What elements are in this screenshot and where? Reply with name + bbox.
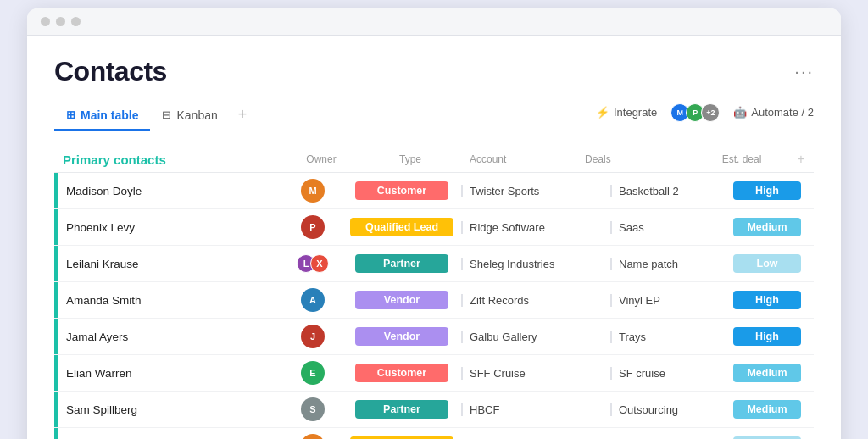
- table-row[interactable]: Hannah Gluck H Qualified Lead Ecom Deal …: [54, 428, 814, 439]
- add-tab-button[interactable]: +: [230, 99, 256, 131]
- automate-icon: 🤖: [733, 106, 747, 119]
- tab-main-table[interactable]: ⊞ Main table: [54, 102, 150, 131]
- contact-name: Sam Spillberg: [58, 403, 137, 416]
- tab-kanban[interactable]: ⊟ Kanban: [150, 102, 229, 131]
- user-avatars: M P +2: [670, 103, 720, 122]
- kanban-icon: ⊟: [162, 108, 171, 121]
- row-type-cell: Customer: [342, 181, 461, 200]
- type-badge: Customer: [355, 181, 448, 200]
- avatar-group: L X: [297, 254, 329, 273]
- table-section: Primary contacts Owner Type Account Deal…: [54, 147, 814, 439]
- table-row[interactable]: Madison Doyle M Customer Twister Sports …: [54, 173, 814, 209]
- row-avatar-cell: H: [283, 434, 342, 439]
- contact-name: Amanda Smith: [58, 294, 142, 307]
- est-badge: Medium: [733, 400, 801, 419]
- table-icon: ⊞: [66, 108, 75, 121]
- est-badge: Medium: [733, 218, 801, 236]
- row-deals-cell: Trays: [610, 331, 721, 343]
- dot-yellow: [56, 17, 65, 26]
- table-row[interactable]: Sam Spillberg S Partner HBCF Outsourcing…: [54, 392, 814, 428]
- type-badge: Partner: [355, 400, 448, 419]
- row-name-cell: Phoenix Levy: [54, 209, 283, 245]
- avatar: H: [301, 434, 325, 439]
- avatar: A: [301, 288, 325, 312]
- contact-name: Leilani Krause: [58, 258, 139, 270]
- col-est-deal: Est. deal: [695, 153, 788, 165]
- row-est-cell: Low: [721, 254, 814, 273]
- tabs-bar: ⊞ Main table ⊟ Kanban + ⚡ Integrate M P …: [54, 99, 814, 131]
- col-type: Type: [351, 153, 470, 165]
- table-body: Madison Doyle M Customer Twister Sports …: [54, 173, 814, 439]
- row-name-cell: Sam Spillberg: [54, 392, 283, 427]
- row-type-cell: Vendor: [342, 327, 461, 346]
- row-avatar-cell: J: [283, 325, 342, 348]
- row-account-cell: SFF Cruise: [461, 367, 610, 380]
- section-title: Primary contacts: [63, 153, 292, 167]
- contact-name: Phoenix Levy: [58, 221, 135, 234]
- avatar: E: [301, 361, 325, 385]
- table-row[interactable]: Leilani Krause L X Partner Sheleg Indust…: [54, 246, 814, 282]
- type-badge: Vendor: [355, 327, 448, 346]
- row-avatar-cell: P: [283, 215, 342, 239]
- est-badge: High: [733, 291, 801, 309]
- table-row[interactable]: Elian Warren E Customer SFF Cruise SF cr…: [54, 355, 814, 392]
- integrate-icon: ⚡: [596, 106, 609, 119]
- table-row[interactable]: Phoenix Levy P Qualified Lead Ridge Soft…: [54, 209, 814, 246]
- dot-green: [71, 17, 81, 26]
- more-button[interactable]: ···: [794, 62, 814, 81]
- avatar: J: [301, 325, 325, 348]
- row-name-cell: Leilani Krause: [54, 246, 283, 281]
- row-deals-cell: SF cruise: [610, 367, 721, 380]
- row-est-cell: Medium: [721, 400, 814, 419]
- titlebar: [27, 8, 841, 36]
- row-avatar-cell: E: [283, 361, 342, 385]
- avatar: P: [301, 215, 325, 239]
- col-deals: Deals: [585, 153, 695, 165]
- row-name-cell: Jamal Ayers: [54, 319, 283, 354]
- type-badge: Partner: [355, 254, 448, 273]
- row-type-cell: Partner: [342, 254, 461, 273]
- row-name-cell: Amanda Smith: [54, 282, 283, 318]
- row-color-bar: [54, 428, 58, 439]
- page-title: Contacts: [54, 56, 167, 87]
- row-est-cell: Medium: [721, 364, 814, 382]
- row-name-cell: Hannah Gluck: [54, 428, 283, 439]
- type-badge: Customer: [355, 364, 448, 382]
- avatar-extra: +2: [701, 103, 720, 122]
- row-avatar-cell: L X: [283, 254, 342, 273]
- integrate-label: Integrate: [614, 106, 657, 119]
- row-account-cell: HBCF: [461, 403, 610, 416]
- row-type-cell: Qualified Lead: [342, 218, 461, 236]
- row-avatar-cell: S: [283, 397, 342, 421]
- avatar: M: [301, 179, 325, 203]
- table-row[interactable]: Jamal Ayers J Vendor Galbu Gallery Trays…: [54, 319, 814, 355]
- est-badge: Medium: [733, 364, 801, 382]
- row-est-cell: Medium: [721, 218, 814, 236]
- section-header: Primary contacts Owner Type Account Deal…: [54, 147, 814, 173]
- row-type-cell: Customer: [342, 364, 461, 382]
- integrate-button[interactable]: ⚡ Integrate: [596, 106, 657, 119]
- app-window: Contacts ··· ⊞ Main table ⊟ Kanban + ⚡ I…: [27, 8, 841, 439]
- automate-button[interactable]: 🤖 Automate / 2: [733, 106, 814, 119]
- table-row[interactable]: Amanda Smith A Vendor Zift Records Vinyl…: [54, 282, 814, 319]
- add-column-button[interactable]: +: [788, 152, 814, 167]
- type-badge: Vendor: [355, 291, 448, 309]
- dot-red: [41, 17, 50, 26]
- est-badge: High: [733, 181, 801, 200]
- row-account-cell: Sheleg Industries: [461, 258, 610, 270]
- row-name-cell: Elian Warren: [54, 355, 283, 391]
- col-owner: Owner: [292, 153, 351, 165]
- contact-name: Madison Doyle: [58, 185, 142, 197]
- tab-main-table-label: Main table: [81, 108, 138, 122]
- type-badge: Qualified Lead: [350, 218, 453, 236]
- row-type-cell: Vendor: [342, 291, 461, 309]
- contact-name: Elian Warren: [58, 367, 132, 380]
- row-est-cell: High: [721, 181, 814, 200]
- row-name-cell: Madison Doyle: [54, 173, 283, 208]
- contact-name: Jamal Ayers: [58, 331, 128, 343]
- row-avatar-cell: A: [283, 288, 342, 312]
- avatar: X: [310, 254, 329, 273]
- automate-label: Automate / 2: [751, 106, 814, 119]
- row-account-cell: Twister Sports: [461, 185, 610, 197]
- tab-kanban-label: Kanban: [176, 108, 217, 122]
